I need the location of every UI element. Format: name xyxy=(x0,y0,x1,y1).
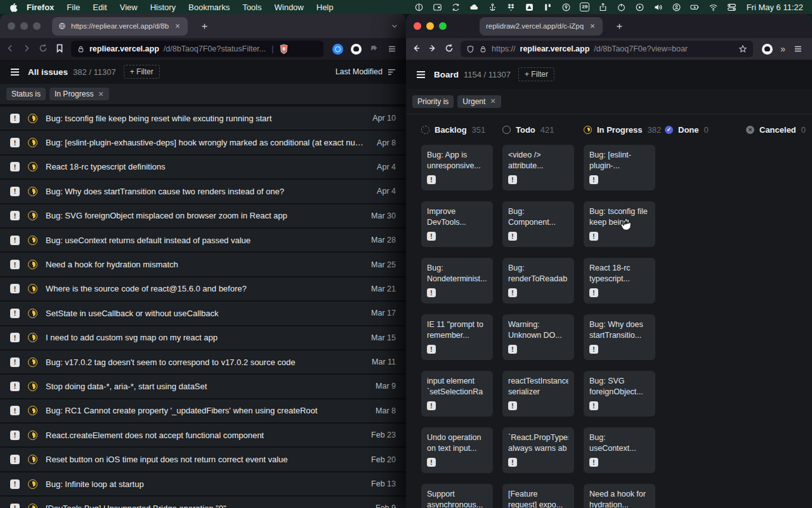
zoom-window-button[interactable] xyxy=(33,22,41,30)
minimize-window-button[interactable] xyxy=(426,22,434,30)
issue-row[interactable]: ! React 18-rc typescript definitions Apr… xyxy=(0,154,406,178)
onepassword-extension-icon[interactable] xyxy=(332,44,343,55)
issue-card[interactable]: reactTestInstance serializer ! xyxy=(502,371,574,417)
issue-card[interactable]: Bug: [eslint-plugin-... ! xyxy=(584,145,655,190)
browser-tab[interactable]: replidraw2.vercel.app/d/c-iZpq xyxy=(480,17,603,36)
filter-chip[interactable]: Status is xyxy=(6,88,46,100)
issue-row[interactable]: ! React.createElement does not accept fu… xyxy=(0,422,406,446)
chip-close-icon[interactable]: ✕ xyxy=(490,98,495,105)
issue-row[interactable]: ! [DevTools Bug] Unsupported Bridge oper… xyxy=(0,495,406,508)
menubar-item-firefox[interactable]: Firefox xyxy=(20,3,60,12)
issue-row[interactable]: ! Where is the source code of react@15.6… xyxy=(0,276,406,300)
calendar-icon[interactable]: 29 xyxy=(580,3,590,12)
menubar-clock[interactable]: Fri May 6 11:22 xyxy=(747,3,803,12)
dropbox-icon[interactable] xyxy=(506,3,516,12)
bookmark-star-icon[interactable] xyxy=(738,44,747,53)
issue-card[interactable]: Need a hook for hydration... ! xyxy=(584,484,655,508)
zoom-window-button[interactable] xyxy=(439,22,447,30)
assistant-icon[interactable] xyxy=(672,3,682,12)
menubar-item-window[interactable]: Window xyxy=(268,3,310,12)
priority-urgent-icon[interactable]: ! xyxy=(10,260,20,269)
shield-icon[interactable] xyxy=(466,45,475,53)
forward-button[interactable] xyxy=(428,43,439,55)
docker-icon[interactable] xyxy=(488,3,498,12)
new-tab-button[interactable] xyxy=(615,22,624,30)
issue-card[interactable]: Bug: SVG foreignObject... ! xyxy=(584,371,655,417)
cloud-icon[interactable] xyxy=(469,3,480,12)
filter-chip[interactable]: Urgent✕ xyxy=(457,95,501,108)
extensions-puzzle-icon[interactable] xyxy=(369,44,379,54)
issue-card[interactable]: Bug: tsconfig file keep bein... ! xyxy=(584,201,655,247)
status-in-progress-icon[interactable] xyxy=(28,187,37,196)
issue-card[interactable]: Warning: Unknown DO... ! xyxy=(502,314,574,360)
priority-urgent-icon[interactable]: ! xyxy=(10,455,20,464)
status-in-progress-icon[interactable] xyxy=(28,309,37,318)
share-icon[interactable] xyxy=(598,3,608,12)
priority-urgent-icon[interactable]: ! xyxy=(10,479,20,489)
priority-urgent-icon[interactable]: ! xyxy=(10,431,20,440)
minimize-window-button[interactable] xyxy=(20,22,28,30)
priority-urgent-icon[interactable]: ! xyxy=(10,382,20,391)
issue-row[interactable]: ! Bug: tsconfig file keep being reset wh… xyxy=(0,105,406,130)
url-bar[interactable]: https://repliear.vercel.app/d/8bTaoq7F0e… xyxy=(461,41,753,57)
onepassword-icon[interactable] xyxy=(561,3,572,12)
sidebar-toggle-icon[interactable] xyxy=(416,69,426,80)
forward-button[interactable] xyxy=(22,43,33,55)
blocks-icon[interactable] xyxy=(543,3,553,12)
menubar-item-file[interactable]: File xyxy=(60,3,86,12)
reload-button[interactable] xyxy=(444,43,455,55)
menu-hamburger-icon[interactable] xyxy=(793,44,803,54)
priority-urgent-icon[interactable]: ! xyxy=(10,114,20,123)
status-in-progress-icon[interactable] xyxy=(28,284,37,293)
issue-card[interactable]: Undo operation on text input... ! xyxy=(421,427,493,473)
reload-button[interactable] xyxy=(38,43,49,55)
issue-row[interactable]: ! Bug: SVG foreignObject misplaced on br… xyxy=(0,203,406,227)
priority-urgent-icon[interactable]: ! xyxy=(10,333,20,342)
issue-row[interactable]: ! Bug: Why does startTransition cause tw… xyxy=(0,178,406,203)
close-window-button[interactable] xyxy=(414,22,421,30)
shutter-icon[interactable] xyxy=(414,3,424,12)
tab-overflow-chevron-icon[interactable] xyxy=(391,22,398,30)
back-button[interactable] xyxy=(411,43,422,55)
priority-urgent-icon[interactable]: ! xyxy=(10,309,20,318)
status-in-progress-icon[interactable] xyxy=(28,479,37,489)
status-in-progress-icon[interactable] xyxy=(28,431,37,440)
back-button[interactable] xyxy=(5,43,16,55)
status-in-progress-icon[interactable] xyxy=(28,162,37,171)
issue-row[interactable]: ! Stop doing data-*, aria-*, start using… xyxy=(0,373,406,398)
close-tab-icon[interactable] xyxy=(589,22,596,30)
priority-urgent-icon[interactable]: ! xyxy=(10,162,20,171)
issue-row[interactable]: ! Reset button on iOS time input does no… xyxy=(0,446,406,471)
issue-row[interactable]: ! Bug: useContext returns default instea… xyxy=(0,227,406,251)
close-window-button[interactable] xyxy=(8,22,15,30)
github-extension-icon[interactable] xyxy=(762,44,773,55)
issue-row[interactable]: ! Need a hook for hydration mismatch Mar… xyxy=(0,251,406,276)
filter-chip[interactable]: In Progress✕ xyxy=(49,88,109,100)
priority-urgent-icon[interactable]: ! xyxy=(10,406,20,415)
issue-row[interactable]: ! Bug: Infinite loop at startup Feb 13 xyxy=(0,471,406,495)
screen-record-icon[interactable] xyxy=(433,3,443,12)
status-in-progress-icon[interactable] xyxy=(28,406,37,415)
sync-icon[interactable] xyxy=(451,3,461,12)
add-filter-button[interactable]: + Filter xyxy=(124,65,160,79)
menubar-item-edit[interactable]: Edit xyxy=(86,3,113,12)
priority-urgent-icon[interactable]: ! xyxy=(10,504,20,508)
add-filter-button[interactable]: + Filter xyxy=(518,67,554,81)
menu-hamburger-icon[interactable] xyxy=(387,44,397,54)
issue-card[interactable]: [Feature request] expo... ! xyxy=(502,484,574,508)
issue-card[interactable]: Bug: Why does startTransitio... ! xyxy=(584,314,655,360)
sort-control[interactable]: Last Modified xyxy=(336,67,396,76)
control-center-icon[interactable] xyxy=(727,3,737,12)
priority-urgent-icon[interactable]: ! xyxy=(10,138,20,147)
filter-chip[interactable]: Priority is xyxy=(412,95,454,108)
play-circle-icon[interactable] xyxy=(635,3,645,12)
issue-card[interactable]: IE 11 "prompt to remember... ! xyxy=(421,314,493,360)
status-in-progress-icon[interactable] xyxy=(28,504,37,508)
traffic-lights[interactable] xyxy=(414,22,447,30)
status-in-progress-icon[interactable] xyxy=(28,236,37,245)
play-square-icon[interactable] xyxy=(525,3,535,12)
menubar-item-history[interactable]: History xyxy=(144,3,182,12)
volume-icon[interactable] xyxy=(653,3,664,12)
issue-card[interactable]: Bug: Nondeterminist... ! xyxy=(421,258,493,304)
issue-card[interactable]: Improve DevTools... ! xyxy=(421,201,493,247)
